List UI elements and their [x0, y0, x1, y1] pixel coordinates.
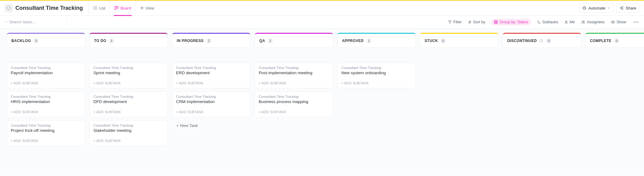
subtasks-icon	[537, 20, 541, 24]
list-dashed-circle-icon	[6, 6, 11, 10]
me-label: Me	[570, 20, 575, 24]
header: Consultant Time Tracking List Board	[0, 1, 644, 16]
column-header[interactable]: DISCONTINUED0	[503, 33, 581, 48]
card-listname: Consultant Time Tracking	[341, 66, 412, 70]
tab-board[interactable]: Board	[110, 1, 136, 16]
tab-add-view[interactable]: View	[136, 1, 159, 16]
task-card[interactable]: Consultant Time TrackingSprint meeting+ …	[89, 63, 168, 88]
automate-button[interactable]: Automate	[579, 3, 614, 13]
column-header[interactable]: BACKLOG3	[7, 33, 85, 48]
group-icon	[494, 20, 498, 24]
column-count: 3	[33, 38, 39, 44]
sort-label: Sort by	[473, 20, 485, 24]
column-header[interactable]: TO DO3	[89, 33, 168, 48]
column-cards: Consultant Time TrackingPost-implementat…	[255, 63, 333, 117]
task-card[interactable]: Consultant Time TrackingPost-implementat…	[255, 63, 333, 88]
add-subtask-button[interactable]: + ADD SUBTASK	[93, 81, 164, 85]
card-title: ERD development	[176, 71, 246, 75]
column-header[interactable]: COMPLETE0	[585, 33, 644, 48]
task-card[interactable]: Consultant Time TrackingPayroll implemen…	[7, 63, 85, 88]
svg-line-17	[621, 8, 622, 9]
subtasks-button[interactable]: Subtasks	[537, 20, 558, 24]
filter-icon	[448, 20, 452, 24]
add-subtask-button[interactable]: + ADD SUBTASK	[341, 81, 412, 85]
search-input[interactable]	[9, 20, 61, 24]
add-subtask-button[interactable]: + ADD SUBTASK	[176, 81, 246, 85]
column-header[interactable]: QA2	[255, 33, 333, 48]
task-card[interactable]: Consultant Time TrackingDFD development+…	[89, 91, 168, 117]
card-listname: Consultant Time Tracking	[259, 66, 329, 70]
column-name: TO DO	[94, 39, 106, 43]
column-qa: QA2Consultant Time TrackingPost-implemen…	[255, 33, 333, 163]
task-card[interactable]: Consultant Time TrackingBusiness process…	[255, 91, 333, 117]
svg-rect-9	[583, 7, 586, 9]
more-button[interactable]	[632, 18, 640, 26]
assignees-label: Assignees	[587, 20, 605, 24]
sort-button[interactable]: Sort by	[468, 20, 485, 24]
svg-point-6	[93, 9, 94, 9]
svg-point-0	[7, 6, 10, 10]
new-task-button[interactable]: + New Task	[172, 120, 250, 131]
column-count: 3	[109, 38, 114, 44]
task-card[interactable]: Consultant Time TrackingNew system onboa…	[337, 63, 416, 88]
view-tabs: List Board View	[89, 1, 159, 16]
task-card[interactable]: Consultant Time TrackingProject Kick-off…	[7, 120, 85, 146]
svg-point-29	[612, 21, 613, 22]
column-count: 2	[268, 38, 273, 44]
card-title: CRM implementation	[176, 99, 246, 104]
column-cards: Consultant Time TrackingNew system onboa…	[337, 63, 416, 88]
sort-icon	[468, 20, 472, 24]
card-title: Sprint meeting	[93, 71, 164, 75]
chevron-down-icon[interactable]	[63, 21, 64, 24]
card-title: Stakeholder meeting	[93, 128, 164, 133]
person-icon	[564, 20, 568, 24]
card-title: Post-implementation meeting	[259, 71, 329, 75]
add-subtask-button[interactable]: + ADD SUBTASK	[259, 110, 329, 114]
task-card[interactable]: Consultant Time TrackingHRIS implementat…	[7, 91, 85, 117]
add-subtask-button[interactable]: + ADD SUBTASK	[176, 110, 246, 114]
page-title: Consultant Time Tracking	[15, 1, 89, 16]
card-listname: Consultant Time Tracking	[176, 95, 246, 98]
me-button[interactable]: Me	[564, 20, 575, 24]
board-view-icon	[114, 6, 119, 10]
task-card[interactable]: Consultant Time TrackingERD development+…	[172, 63, 250, 88]
svg-point-31	[635, 21, 636, 22]
svg-rect-7	[115, 6, 116, 10]
column-cards: Consultant Time TrackingERD development+…	[172, 63, 250, 131]
svg-line-34	[540, 40, 543, 42]
add-subtask-button[interactable]: + ADD SUBTASK	[11, 110, 81, 114]
share-icon	[619, 6, 624, 10]
list-view-icon	[93, 6, 97, 10]
column-header[interactable]: APPROVED1	[337, 33, 416, 48]
column-complete: COMPLETE0	[585, 33, 644, 163]
column-header[interactable]: IN PROGRESS2	[172, 33, 250, 48]
add-subtask-button[interactable]: + ADD SUBTASK	[11, 139, 81, 143]
assignees-button[interactable]: Assignees	[581, 20, 605, 24]
add-subtask-button[interactable]: + ADD SUBTASK	[11, 81, 81, 85]
tab-board-label: Board	[120, 6, 131, 10]
share-button[interactable]: Share	[616, 3, 640, 13]
tab-list[interactable]: List	[89, 1, 110, 16]
card-listname: Consultant Time Tracking	[93, 66, 164, 70]
column-cards: Consultant Time TrackingSprint meeting+ …	[89, 63, 168, 146]
subtasks-label: Subtasks	[542, 20, 558, 24]
card-listname: Consultant Time Tracking	[93, 124, 164, 127]
group-button[interactable]: Group by: Status	[491, 19, 531, 25]
eye-icon	[611, 20, 615, 24]
add-subtask-button[interactable]: + ADD SUBTASK	[93, 110, 164, 114]
add-subtask-button[interactable]: + ADD SUBTASK	[259, 81, 329, 85]
more-horizontal-icon	[634, 21, 638, 23]
column-header[interactable]: STUCK0	[420, 33, 498, 48]
column-name: COMPLETE	[590, 39, 611, 43]
show-button[interactable]: Show	[611, 20, 626, 24]
svg-rect-21	[496, 21, 497, 22]
column-stuck: STUCK0	[420, 33, 498, 163]
column-name: STUCK	[425, 39, 438, 43]
filter-button[interactable]: Filter	[448, 20, 462, 24]
card-listname: Consultant Time Tracking	[11, 124, 81, 127]
circle-slash-icon	[539, 39, 544, 43]
task-card[interactable]: Consultant Time TrackingCRM implementati…	[172, 91, 250, 117]
add-subtask-button[interactable]: + ADD SUBTASK	[93, 139, 164, 143]
column-name: DISCONTINUED	[507, 39, 537, 43]
task-card[interactable]: Consultant Time TrackingStakeholder meet…	[89, 120, 168, 146]
